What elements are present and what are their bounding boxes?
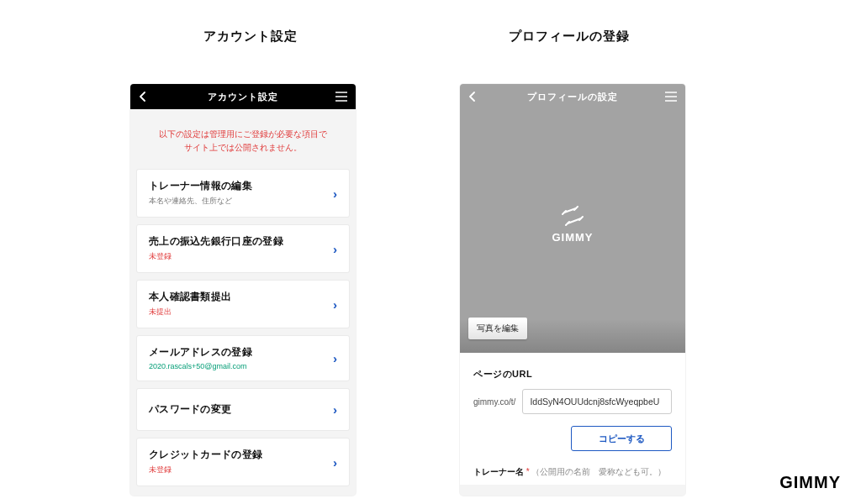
item-title: トレーナー情報の編集 — [149, 180, 252, 192]
header-title: プロフィールの設定 — [527, 91, 618, 103]
item-title: クレジットカードの登録 — [149, 449, 262, 461]
chevron-right-icon: › — [333, 351, 337, 365]
hamburger-icon — [665, 92, 677, 102]
settings-item-password[interactable]: パスワードの変更 › — [137, 389, 349, 430]
menu-button[interactable] — [327, 84, 356, 109]
brand-wordmark: GIMMY — [779, 473, 841, 492]
chevron-right-icon: › — [333, 402, 337, 417]
settings-item-bank-account[interactable]: 売上の振込先銀行口座の登録 未登録 › — [137, 225, 349, 272]
chevron-right-icon: › — [333, 455, 337, 470]
item-title: 売上の振込先銀行口座の登録 — [149, 235, 283, 248]
url-row: gimmy.co/t/ — [473, 389, 672, 414]
item-subtitle: 2020.rascals+50@gmail.com — [149, 362, 252, 370]
url-label: ページのURL — [473, 368, 672, 381]
item-subtitle: 本名や連絡先、住所など — [149, 196, 252, 207]
brand-text: GIMMY — [460, 231, 685, 244]
settings-item-identity-docs[interactable]: 本人確認書類提出 未提出 › — [137, 281, 349, 328]
chevron-right-icon: › — [333, 242, 337, 256]
back-button[interactable] — [460, 84, 485, 109]
header-title: アカウント設定 — [208, 91, 278, 103]
section-title-account: アカウント設定 — [203, 29, 298, 45]
notice-text: 以下の設定は管理用にご登録が必要な項目で サイト上では公開されません。 — [130, 109, 356, 170]
chevron-left-icon — [139, 92, 147, 102]
profile-body: ページのURL gimmy.co/t/ コピーする トレーナー名 * （公開用の… — [460, 353, 685, 485]
brand-logo: GIMMY — [460, 206, 685, 244]
back-button[interactable] — [130, 84, 156, 109]
settings-item-credit-card[interactable]: クレジットカードの登録 未登録 › — [137, 438, 349, 486]
item-subtitle: 未登録 — [149, 465, 262, 475]
svg-line-2 — [574, 207, 578, 210]
chevron-right-icon: › — [333, 186, 337, 201]
svg-line-1 — [563, 211, 566, 214]
dumbbell-icon — [560, 206, 585, 226]
copy-button[interactable]: コピーする — [571, 426, 672, 451]
hamburger-icon — [335, 92, 347, 102]
phone-account-settings: アカウント設定 以下の設定は管理用にご登録が必要な項目で サイト上では公開されま… — [130, 84, 356, 496]
header-bar: アカウント設定 — [130, 84, 356, 109]
item-title: 本人確認書類提出 — [149, 291, 231, 303]
url-input[interactable] — [522, 389, 672, 414]
svg-line-4 — [566, 222, 569, 225]
svg-line-3 — [568, 218, 581, 223]
edit-photo-button[interactable]: 写真を編集 — [468, 318, 527, 339]
trainer-name-label: トレーナー名 * （公開用の名前 愛称なども可。） — [473, 466, 672, 478]
section-title-profile: プロフィールの登録 — [509, 29, 630, 45]
settings-item-trainer-info[interactable]: トレーナー情報の編集 本名や連絡先、住所など › — [137, 170, 349, 217]
settings-item-email[interactable]: メールアドレスの登録 2020.rascals+50@gmail.com › — [137, 336, 349, 381]
chevron-left-icon — [468, 92, 477, 102]
item-subtitle: 未登録 — [149, 251, 283, 262]
svg-line-5 — [579, 217, 583, 220]
item-title: メールアドレスの登録 — [149, 346, 252, 359]
phone-profile-settings: プロフィールの設定 GIMMY 写真を編集 ページのURL — [460, 84, 685, 496]
settings-list: トレーナー情報の編集 本名や連絡先、住所など › 売上の振込先銀行口座の登録 未… — [130, 170, 356, 486]
item-subtitle: 未提出 — [149, 307, 231, 318]
header-bar: プロフィールの設定 — [460, 84, 685, 109]
profile-hero: プロフィールの設定 GIMMY 写真を編集 — [460, 84, 685, 353]
chevron-right-icon: › — [333, 297, 337, 312]
menu-button[interactable] — [657, 84, 685, 109]
item-title: パスワードの変更 — [149, 403, 231, 416]
url-prefix: gimmy.co/t/ — [473, 397, 515, 407]
